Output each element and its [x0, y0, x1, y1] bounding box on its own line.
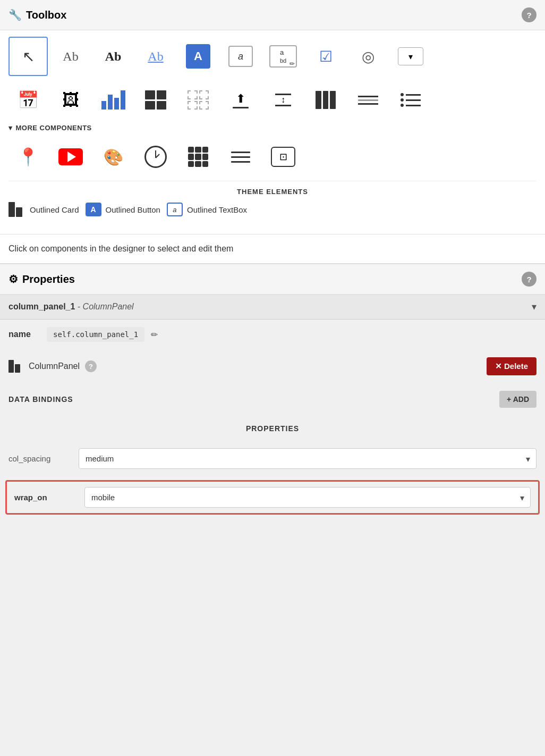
outlined-textbox-icon: a — [167, 203, 183, 216]
outlined-card-icon — [8, 202, 25, 217]
component-selector[interactable]: column_panel_1 - ColumnPanel ▾ — [0, 295, 545, 320]
google-maps-icon: 📍 — [18, 147, 39, 167]
col-spacing-key: col_spacing — [8, 454, 72, 463]
col-spacing-select-wrapper: medium small large none — [79, 448, 537, 469]
grid-dashed-tool[interactable] — [178, 80, 218, 120]
hamburger-menu-icon — [231, 152, 250, 163]
list-tool[interactable] — [391, 80, 430, 120]
toolbox-title-text: Toolbox — [26, 9, 66, 21]
text-regular-tool[interactable]: Ab — [51, 37, 90, 76]
properties-panel: ⚙ Properties ? column_panel_1 - ColumnPa… — [0, 264, 545, 515]
upload-icon: ⬆ — [233, 92, 249, 108]
radio-tool[interactable]: ◎ — [348, 37, 388, 76]
app-grid-icon — [188, 147, 208, 167]
cursor-icon: ↖ — [22, 48, 35, 65]
data-bindings-section: DATA BINDINGS + ADD — [0, 383, 545, 416]
component-type-help-button[interactable]: ? — [85, 360, 97, 372]
expand-vertical-icon: ↕ — [275, 94, 291, 106]
text-bold-icon: Ab — [105, 49, 122, 64]
outlined-button-label: Outlined Button — [106, 205, 160, 214]
calendar-tool[interactable]: 📅 — [8, 80, 48, 120]
chart-icon — [101, 90, 125, 110]
youtube-tool[interactable] — [51, 137, 90, 177]
columns-tool[interactable] — [306, 80, 345, 120]
properties-title: ⚙ Properties — [8, 273, 75, 285]
image-tool[interactable]: 🖼 — [51, 80, 90, 120]
toolbox-help-button[interactable]: ? — [522, 7, 537, 22]
outlined-card-item[interactable]: Outlined Card — [8, 202, 79, 217]
columns-icon — [316, 91, 336, 109]
app-grid-tool[interactable] — [178, 137, 218, 177]
component-selector-chevron[interactable]: ▾ — [532, 301, 537, 313]
toolbox-panel: 🔧 Toolbox ? ↖ Ab Ab — [0, 0, 545, 234]
divider-icon — [358, 96, 378, 105]
grid-2x2-tool[interactable] — [136, 80, 175, 120]
iframe-icon: ⊡ — [271, 147, 295, 167]
wrap-on-select-wrapper: mobile tablet never always — [84, 487, 531, 508]
textbox-edit-icon: abd ✏ — [269, 45, 297, 68]
toolbox-help-label: ? — [526, 11, 531, 20]
theme-elements-row: Outlined Card A Outlined Button a Outlin… — [8, 202, 537, 217]
wrap-on-select[interactable]: mobile tablet never always — [84, 487, 531, 508]
checkbox-tool[interactable]: ☑ — [306, 37, 345, 76]
properties-title-text: Properties — [22, 273, 75, 285]
add-binding-button[interactable]: + ADD — [499, 391, 537, 408]
button-blue-tool[interactable]: A — [178, 37, 218, 76]
chevron-down-icon: ▾ — [8, 124, 13, 132]
text-link-tool[interactable]: Ab — [136, 37, 175, 76]
dropdown-tool[interactable]: ▾ — [391, 37, 430, 76]
image-icon: 🖼 — [62, 90, 79, 110]
sliders-icon: ⚙ — [8, 273, 18, 285]
properties-help-label: ? — [526, 275, 531, 284]
text-link-icon: Ab — [148, 49, 163, 64]
textbox-outline-icon: a — [228, 46, 253, 67]
google-photos-tool[interactable]: 🎨 — [93, 137, 133, 177]
delete-button[interactable]: ✕ Delete — [487, 357, 537, 375]
more-components-header[interactable]: ▾ MORE COMPONENTS — [8, 124, 537, 132]
properties-help-button[interactable]: ? — [522, 272, 537, 287]
checkbox-icon: ☑ — [319, 48, 333, 65]
name-label: name — [8, 330, 40, 339]
outlined-button-item[interactable]: A Outlined Button — [86, 203, 160, 216]
component-type-help-label: ? — [89, 363, 93, 371]
divider-tool[interactable] — [348, 80, 388, 120]
property-row-wrap-on-highlighted: wrap_on mobile tablet never always — [5, 480, 540, 515]
component-row-2: 📅 🖼 — [8, 80, 537, 120]
toolbox-header: 🔧 Toolbox ? — [0, 0, 545, 30]
data-bindings-label: DATA BINDINGS — [8, 395, 73, 404]
timer-tool[interactable] — [136, 137, 175, 177]
textbox-outline-tool[interactable]: a — [221, 37, 260, 76]
toolbox-title: 🔧 Toolbox — [8, 9, 66, 21]
upload-tool[interactable]: ⬆ — [221, 80, 260, 120]
component-row-1: ↖ Ab Ab Ab A a — [8, 37, 537, 76]
more-components-row: 📍 🎨 — [8, 137, 537, 177]
name-row: name self.column_panel_1 ✏ — [0, 320, 545, 350]
textbox-edit-tool[interactable]: abd ✏ — [263, 37, 303, 76]
expand-vertical-tool[interactable]: ↕ — [263, 80, 303, 120]
radio-icon: ◎ — [362, 48, 374, 65]
timer-icon — [144, 146, 167, 168]
outlined-textbox-label: Outlined TextBox — [187, 205, 247, 214]
col-spacing-select[interactable]: medium small large none — [79, 448, 537, 469]
text-bold-tool[interactable]: Ab — [93, 37, 133, 76]
youtube-icon — [58, 148, 83, 165]
calendar-icon: 📅 — [18, 90, 39, 110]
cursor-tool[interactable]: ↖ — [8, 37, 48, 76]
edit-name-icon[interactable]: ✏ — [151, 330, 158, 340]
google-maps-tool[interactable]: 📍 — [8, 137, 48, 177]
iframe-tool[interactable]: ⊡ — [263, 137, 303, 177]
outlined-card-label: Outlined Card — [30, 205, 79, 214]
wrap-on-key: wrap_on — [14, 493, 78, 502]
button-blue-icon: A — [186, 44, 210, 69]
theme-elements-title: THEME ELEMENTS — [8, 188, 537, 196]
name-value: self.column_panel_1 — [47, 327, 144, 342]
more-components-label: MORE COMPONENTS — [16, 124, 92, 132]
toolbox-body: ↖ Ab Ab Ab A a — [0, 30, 545, 234]
chart-tool[interactable] — [93, 80, 133, 120]
hamburger-menu-tool[interactable] — [221, 137, 260, 177]
column-panel-icon — [8, 360, 23, 373]
outlined-textbox-item[interactable]: a Outlined TextBox — [167, 203, 247, 216]
grid-dashed-icon — [188, 90, 209, 110]
component-selector-name: column_panel_1 — [8, 302, 75, 311]
component-type-name: ColumnPanel — [29, 362, 80, 371]
